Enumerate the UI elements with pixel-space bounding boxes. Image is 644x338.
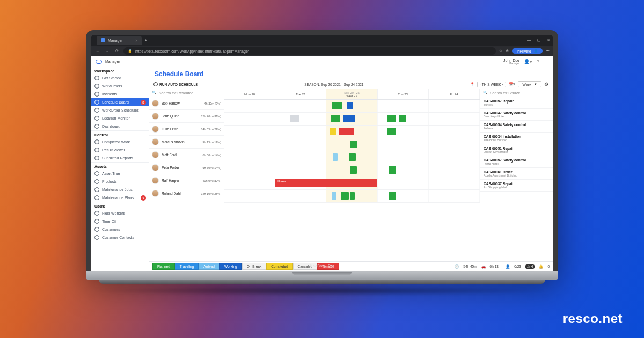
gantt-cell[interactable] bbox=[275, 164, 326, 177]
source-item[interactable]: CAS-00057 Safety controlRetro Hotel bbox=[480, 156, 553, 168]
source-item[interactable]: CAS-00057 RepairTuners bbox=[480, 97, 553, 109]
gantt-cell[interactable] bbox=[224, 113, 275, 125]
status-legend-traveling[interactable]: Traveling bbox=[175, 263, 199, 270]
gantt-cell[interactable] bbox=[224, 100, 275, 112]
calendar-icon[interactable]: 📅▾ bbox=[509, 82, 515, 86]
gantt-cell[interactable] bbox=[275, 151, 326, 164]
gantt-cell[interactable] bbox=[429, 138, 480, 151]
schedule-bar[interactable] bbox=[350, 141, 357, 148]
source-item[interactable]: CAS-00037 RepairArt Shopping Mall bbox=[480, 180, 553, 192]
schedule-bar[interactable] bbox=[331, 115, 340, 122]
location-icon[interactable]: 📍 bbox=[470, 82, 474, 86]
gantt-cell[interactable] bbox=[224, 138, 275, 151]
sidebar-item[interactable]: Products bbox=[91, 178, 149, 186]
sidebar-item[interactable]: Dashboard bbox=[91, 122, 149, 130]
gantt-cell[interactable]: Illness bbox=[275, 177, 326, 189]
gantt-cell[interactable] bbox=[275, 113, 326, 125]
gantt-cell[interactable] bbox=[224, 190, 275, 202]
sidebar-item[interactable]: Schedule Board8 bbox=[91, 98, 149, 106]
source-item[interactable]: CAS-00061 OrderApollo Apartment Building bbox=[480, 168, 553, 180]
timeoff-bar[interactable]: Illness bbox=[275, 179, 376, 187]
sidebar-item[interactable]: Customer Contacts bbox=[91, 233, 149, 241]
sidebar-item[interactable]: Customers bbox=[91, 225, 149, 233]
new-tab-button[interactable]: + bbox=[145, 39, 147, 42]
gantt-day-header[interactable]: Tue 21 bbox=[275, 89, 326, 99]
schedule-bar[interactable] bbox=[339, 128, 354, 135]
schedule-bar[interactable] bbox=[387, 115, 395, 122]
gantt-cell[interactable] bbox=[378, 138, 429, 151]
gantt-cell[interactable] bbox=[326, 190, 377, 202]
user-icon[interactable]: 👤▾ bbox=[524, 59, 532, 64]
schedule-bar[interactable] bbox=[330, 128, 336, 135]
resource-row[interactable]: Pete Porter6h 50m (14%) bbox=[149, 161, 224, 174]
resource-row[interactable]: Luke Oitrin14h 35m (29%) bbox=[149, 123, 224, 136]
gantt-cell[interactable] bbox=[429, 113, 480, 125]
back-icon[interactable]: ← bbox=[94, 49, 101, 53]
address-bar[interactable]: 🔒 https://beta.rescocrm.com/WebApp/index… bbox=[123, 47, 496, 55]
more-icon[interactable]: ⋮ bbox=[544, 59, 548, 64]
gantt-cell[interactable] bbox=[378, 177, 429, 189]
gantt-cell[interactable] bbox=[326, 126, 377, 138]
resource-row[interactable]: John Quinn15h 40m (31%) bbox=[149, 110, 224, 123]
gantt-cell[interactable] bbox=[378, 190, 429, 202]
run-auto-schedule-button[interactable]: RUN AUTO-SCHEDULE bbox=[153, 82, 198, 86]
close-window-icon[interactable]: × bbox=[547, 38, 550, 42]
sidebar-item[interactable]: Incidents bbox=[91, 90, 149, 98]
view-mode-select[interactable]: Week▾ bbox=[518, 81, 542, 87]
schedule-bar[interactable] bbox=[333, 153, 338, 161]
schedule-bar[interactable] bbox=[349, 153, 356, 161]
gantt-cell[interactable] bbox=[429, 190, 480, 202]
source-item[interactable]: CAS-00047 Safety controlBlue Keys Hotel bbox=[480, 109, 553, 121]
inprivate-badge[interactable]: InPrivate 👤 bbox=[512, 48, 543, 54]
forward-icon[interactable]: → bbox=[104, 49, 111, 53]
schedule-bar[interactable] bbox=[389, 166, 396, 174]
schedule-bar[interactable] bbox=[290, 115, 298, 122]
sidebar-item[interactable]: Field Workers bbox=[91, 209, 149, 217]
resource-row[interactable]: Bob Harlow4h 30m (9%) bbox=[149, 97, 224, 110]
search-source[interactable]: 🔍 Search for Source bbox=[480, 89, 553, 97]
gantt-cell[interactable] bbox=[378, 113, 429, 125]
gantt-cell[interactable] bbox=[275, 100, 326, 112]
gantt-cell[interactable] bbox=[429, 126, 480, 138]
extension-icon[interactable]: ☆ bbox=[499, 49, 502, 53]
this-week-nav[interactable]: ‹ THIS WEEK › bbox=[477, 82, 506, 87]
status-legend-planned[interactable]: Planned bbox=[152, 263, 175, 270]
schedule-bar[interactable] bbox=[332, 102, 342, 109]
schedule-bar[interactable] bbox=[350, 166, 357, 174]
sidebar-item[interactable]: Maintenance Jobs bbox=[91, 186, 149, 194]
status-legend-arrived[interactable]: Arrived bbox=[199, 263, 219, 270]
settings-icon[interactable]: ⚙ bbox=[544, 82, 548, 87]
gantt-cell[interactable] bbox=[224, 177, 275, 189]
gantt-cell[interactable] bbox=[275, 138, 326, 151]
gantt-cell[interactable] bbox=[378, 151, 429, 164]
resource-row[interactable]: Roland Dahl14h 10m (28%) bbox=[149, 187, 224, 200]
gantt-day-header[interactable]: Sep 20 - 26Wed 22 bbox=[326, 89, 377, 99]
status-legend-on break[interactable]: On Break bbox=[242, 263, 266, 270]
gantt-cell[interactable] bbox=[224, 151, 275, 164]
sidebar-item[interactable]: Completed Work bbox=[91, 138, 149, 146]
gantt-cell[interactable] bbox=[224, 164, 275, 177]
sidebar-item[interactable]: WorkOrder Schedules bbox=[91, 106, 149, 114]
status-legend-completed[interactable]: Completed bbox=[266, 263, 292, 270]
gantt-cell[interactable] bbox=[378, 100, 429, 112]
gantt-cell[interactable] bbox=[275, 126, 326, 138]
schedule-bar[interactable] bbox=[343, 115, 355, 122]
schedule-bar[interactable] bbox=[347, 102, 353, 109]
gantt-day-header[interactable]: Thu 23 bbox=[378, 89, 429, 99]
gantt-cell[interactable] bbox=[326, 113, 377, 125]
gantt-day-header[interactable]: Mon 20 bbox=[224, 89, 275, 99]
schedule-bar[interactable] bbox=[350, 192, 355, 200]
gantt-day-header[interactable]: Fri 24 bbox=[429, 89, 480, 99]
gantt-cell[interactable] bbox=[326, 164, 377, 177]
resource-row[interactable]: Ralf Harper40h 0m (80%) bbox=[149, 174, 224, 187]
sidebar-item[interactable]: Location Monitor bbox=[91, 114, 149, 122]
sidebar-item[interactable]: Asset Tree bbox=[91, 170, 149, 178]
resource-row[interactable]: Matt Ford6h 50m (14%) bbox=[149, 149, 224, 161]
schedule-bar[interactable] bbox=[389, 192, 396, 200]
gantt-cell[interactable] bbox=[378, 126, 429, 138]
gantt-cell[interactable] bbox=[326, 100, 377, 112]
gantt-cell[interactable] bbox=[378, 164, 429, 177]
browser-tab[interactable]: Manager × bbox=[97, 36, 142, 45]
schedule-bar[interactable] bbox=[341, 192, 349, 200]
sidebar-item[interactable]: Maintenance Plans3 bbox=[91, 194, 149, 202]
